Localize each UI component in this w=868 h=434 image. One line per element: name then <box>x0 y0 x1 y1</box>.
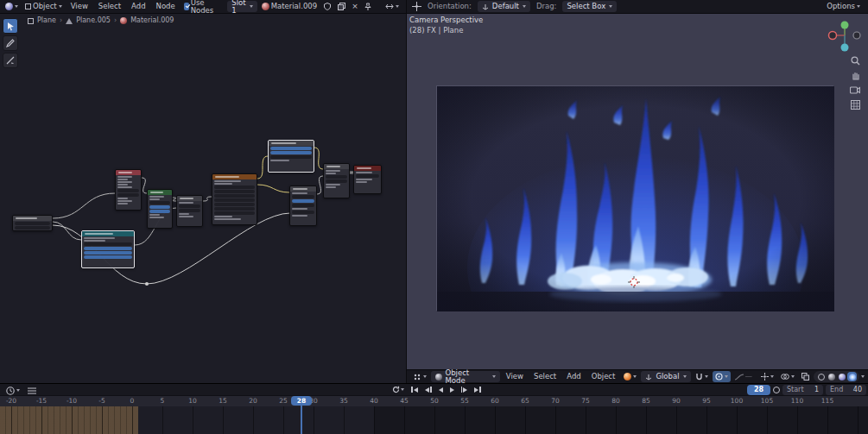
node-row[interactable] <box>356 172 372 173</box>
tweak-tool-button[interactable] <box>3 18 18 34</box>
node-row[interactable] <box>326 175 347 179</box>
chevron-down-icon[interactable] <box>861 375 865 378</box>
snapping-button[interactable] <box>693 371 711 382</box>
node-row[interactable] <box>117 179 128 180</box>
node-row[interactable] <box>179 216 193 217</box>
falloff-dropdown[interactable]: — <box>732 371 756 382</box>
node-row[interactable] <box>117 184 128 186</box>
node-row[interactable] <box>214 218 241 220</box>
node-row[interactable] <box>117 186 132 188</box>
play-button[interactable] <box>448 387 456 393</box>
editor-type-button[interactable] <box>3 1 21 12</box>
parent-tree-button[interactable] <box>383 1 402 12</box>
node-header[interactable] <box>212 174 257 179</box>
editor-type-button[interactable] <box>410 371 429 382</box>
prev-keyframe-button[interactable] <box>423 386 434 393</box>
node-row[interactable] <box>270 155 312 159</box>
material-datablock[interactable]: Material.009 <box>259 1 320 12</box>
node-row[interactable] <box>214 190 255 193</box>
toggle-ortho-button[interactable] <box>850 99 860 110</box>
node-row[interactable] <box>84 240 105 242</box>
node-row[interactable] <box>292 204 314 207</box>
node-row[interactable] <box>214 198 255 202</box>
node-row[interactable] <box>292 195 314 198</box>
node-row[interactable] <box>356 179 372 180</box>
shader-node[interactable] <box>289 186 317 226</box>
node-row[interactable] <box>214 207 255 211</box>
node-row[interactable] <box>149 210 170 213</box>
node-row[interactable] <box>84 247 132 250</box>
menu-object[interactable]: Object <box>587 373 620 381</box>
node-row[interactable] <box>117 203 128 204</box>
menu-add[interactable]: Add <box>127 3 149 10</box>
node-row[interactable] <box>214 183 232 185</box>
node-row[interactable] <box>326 173 336 174</box>
node-row[interactable] <box>292 199 314 203</box>
node-row[interactable] <box>326 184 340 186</box>
node-row[interactable] <box>326 170 340 172</box>
jump-to-start-button[interactable] <box>409 386 420 393</box>
node-row[interactable] <box>149 196 164 198</box>
node-row[interactable] <box>356 181 367 183</box>
node-row[interactable] <box>214 211 255 215</box>
shader-node[interactable] <box>12 215 53 231</box>
shading-material-button[interactable] <box>837 372 846 381</box>
camera-view[interactable] <box>436 85 833 311</box>
node-row[interactable] <box>179 204 200 208</box>
node-row[interactable] <box>326 186 336 188</box>
node-header[interactable] <box>116 170 141 175</box>
shading-solid-button[interactable] <box>827 372 836 381</box>
orientation-dropdown[interactable]: Default <box>478 1 530 12</box>
gizmo-minus-x-axis[interactable] <box>853 32 860 39</box>
unlink-material-button[interactable]: × <box>350 3 360 10</box>
node-row[interactable] <box>270 160 289 161</box>
shader-editor[interactable]: Plane › Plane.005 › Material.009 <box>0 14 406 383</box>
node-row[interactable] <box>117 181 132 183</box>
node-header[interactable] <box>324 164 349 169</box>
shader-node[interactable] <box>81 230 135 268</box>
node-row[interactable] <box>149 205 170 209</box>
node-row[interactable] <box>270 151 312 154</box>
camera-view-button[interactable] <box>850 85 860 95</box>
slot-dropdown[interactable]: Slot 1 <box>227 1 257 12</box>
xray-toggle[interactable] <box>799 371 812 382</box>
navigation-gizmo[interactable] <box>827 18 862 53</box>
viewport-3d[interactable]: Camera Perspective (28) FX | Plane <box>407 14 868 369</box>
node-row[interactable] <box>15 226 50 230</box>
menu-view[interactable]: View <box>502 373 528 381</box>
timeline-tracks[interactable] <box>0 406 868 434</box>
drag-dropdown[interactable]: Select Box <box>562 1 617 12</box>
node-row[interactable] <box>179 213 189 215</box>
node-row[interactable] <box>214 216 232 217</box>
node-row[interactable] <box>292 215 307 217</box>
node-row[interactable] <box>356 174 379 178</box>
zoom-button[interactable] <box>850 55 860 66</box>
gizmo-z-axis[interactable] <box>841 44 849 52</box>
fake-user-button[interactable] <box>321 1 333 12</box>
node-row[interactable] <box>270 147 312 150</box>
node-row[interactable] <box>84 242 132 246</box>
node-header[interactable] <box>82 231 134 236</box>
node-row[interactable] <box>149 217 164 218</box>
menu-add[interactable]: Add <box>562 373 585 381</box>
node-header[interactable] <box>177 196 202 201</box>
node-row[interactable] <box>214 203 255 206</box>
node-header[interactable] <box>13 216 52 221</box>
menu-select[interactable]: Select <box>94 3 125 10</box>
frame-end-field[interactable]: End 40 <box>826 385 866 395</box>
shader-node[interactable] <box>323 163 350 198</box>
auto-keying-toggle[interactable] <box>773 387 780 393</box>
annotate-tool-button[interactable] <box>3 35 18 51</box>
node-row[interactable] <box>84 251 132 255</box>
node-row[interactable] <box>214 180 241 182</box>
node-row[interactable] <box>117 176 132 178</box>
pan-button[interactable] <box>850 70 860 80</box>
node-row[interactable] <box>179 202 193 204</box>
shading-rendered-button[interactable] <box>847 372 857 381</box>
menu-view[interactable]: View <box>67 3 92 10</box>
mode-dropdown[interactable]: Object Mode <box>431 371 500 382</box>
editor-type-button[interactable] <box>3 385 22 396</box>
node-row[interactable] <box>214 186 255 189</box>
playback-sync-button[interactable] <box>390 385 406 394</box>
node-row[interactable] <box>149 198 160 200</box>
